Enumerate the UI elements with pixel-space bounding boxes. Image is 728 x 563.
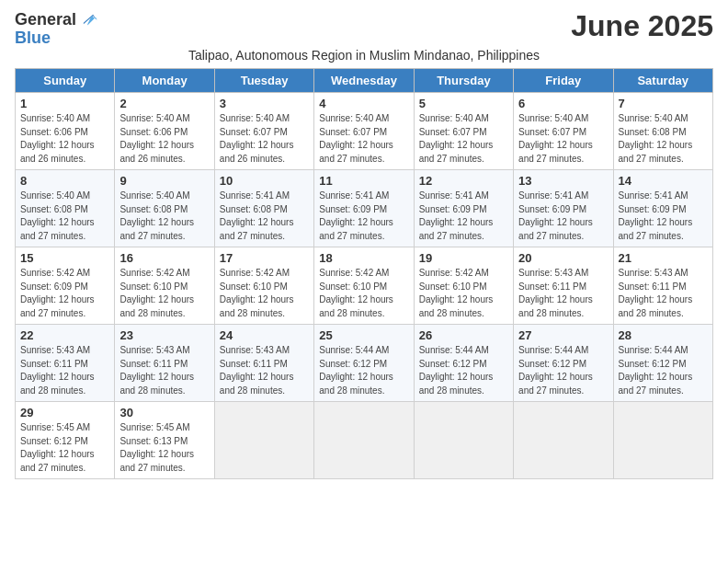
calendar-cell: 17Sunrise: 5:42 AM Sunset: 6:10 PM Dayli… <box>214 247 313 325</box>
day-info: Sunrise: 5:44 AM Sunset: 6:12 PM Dayligh… <box>518 344 608 397</box>
logo: General Blue <box>15 9 98 46</box>
day-info: Sunrise: 5:41 AM Sunset: 6:09 PM Dayligh… <box>419 190 508 243</box>
day-info: Sunrise: 5:41 AM Sunset: 6:09 PM Dayligh… <box>518 190 608 243</box>
weekday-saturday: Saturday <box>613 69 712 93</box>
day-number: 8 <box>20 174 109 188</box>
day-info: Sunrise: 5:44 AM Sunset: 6:12 PM Dayligh… <box>319 344 408 397</box>
day-number: 28 <box>619 328 708 342</box>
calendar-cell: 13Sunrise: 5:41 AM Sunset: 6:09 PM Dayli… <box>514 170 613 247</box>
weekday-header-row: SundayMondayTuesdayWednesdayThursdayFrid… <box>16 69 713 93</box>
day-info: Sunrise: 5:43 AM Sunset: 6:11 PM Dayligh… <box>119 344 209 397</box>
day-info: Sunrise: 5:41 AM Sunset: 6:08 PM Dayligh… <box>220 190 309 243</box>
calendar-cell: 27Sunrise: 5:44 AM Sunset: 6:12 PM Dayli… <box>514 325 613 402</box>
weekday-friday: Friday <box>514 69 613 93</box>
calendar-cell: 12Sunrise: 5:41 AM Sunset: 6:09 PM Dayli… <box>414 170 513 247</box>
logo-general: General <box>15 11 76 28</box>
weekday-thursday: Thursday <box>414 69 513 93</box>
calendar-cell: 2Sunrise: 5:40 AM Sunset: 6:06 PM Daylig… <box>115 93 214 170</box>
calendar-week-1: 1Sunrise: 5:40 AM Sunset: 6:06 PM Daylig… <box>16 93 713 170</box>
weekday-tuesday: Tuesday <box>214 69 313 93</box>
calendar-body: 1Sunrise: 5:40 AM Sunset: 6:06 PM Daylig… <box>16 93 713 479</box>
day-info: Sunrise: 5:41 AM Sunset: 6:09 PM Dayligh… <box>319 190 408 243</box>
day-info: Sunrise: 5:42 AM Sunset: 6:10 PM Dayligh… <box>319 267 408 320</box>
day-number: 16 <box>119 251 209 265</box>
day-info: Sunrise: 5:42 AM Sunset: 6:10 PM Dayligh… <box>220 267 309 320</box>
day-info: Sunrise: 5:42 AM Sunset: 6:10 PM Dayligh… <box>119 267 209 320</box>
day-number: 22 <box>20 328 109 342</box>
calendar-cell: 15Sunrise: 5:42 AM Sunset: 6:09 PM Dayli… <box>16 247 115 325</box>
calendar-cell: 9Sunrise: 5:40 AM Sunset: 6:08 PM Daylig… <box>115 170 214 247</box>
day-number: 7 <box>619 97 708 110</box>
calendar-subtitle: Talipao, Autonomous Region in Muslim Min… <box>15 48 713 63</box>
calendar-cell: 25Sunrise: 5:44 AM Sunset: 6:12 PM Dayli… <box>314 325 414 402</box>
day-number: 21 <box>619 251 708 265</box>
logo-blue: Blue <box>15 29 51 46</box>
day-info: Sunrise: 5:40 AM Sunset: 6:08 PM Dayligh… <box>619 112 708 166</box>
day-info: Sunrise: 5:41 AM Sunset: 6:09 PM Dayligh… <box>619 190 708 243</box>
calendar-cell: 24Sunrise: 5:43 AM Sunset: 6:11 PM Dayli… <box>214 325 313 402</box>
month-title: June 2025 <box>571 9 713 43</box>
calendar-cell: 16Sunrise: 5:42 AM Sunset: 6:10 PM Dayli… <box>115 247 214 325</box>
day-number: 25 <box>319 328 408 342</box>
day-number: 9 <box>119 174 209 188</box>
day-info: Sunrise: 5:44 AM Sunset: 6:12 PM Dayligh… <box>619 344 708 397</box>
calendar-cell: 19Sunrise: 5:42 AM Sunset: 6:10 PM Dayli… <box>414 247 513 325</box>
day-info: Sunrise: 5:45 AM Sunset: 6:13 PM Dayligh… <box>119 421 209 475</box>
day-number: 10 <box>220 174 309 188</box>
header: General Blue June 2025 <box>15 9 713 46</box>
day-info: Sunrise: 5:44 AM Sunset: 6:12 PM Dayligh… <box>419 344 508 397</box>
calendar-week-2: 8Sunrise: 5:40 AM Sunset: 6:08 PM Daylig… <box>16 170 713 247</box>
calendar-cell: 3Sunrise: 5:40 AM Sunset: 6:07 PM Daylig… <box>214 93 313 170</box>
day-info: Sunrise: 5:42 AM Sunset: 6:10 PM Dayligh… <box>419 267 508 320</box>
calendar-cell: 8Sunrise: 5:40 AM Sunset: 6:08 PM Daylig… <box>16 170 115 247</box>
day-number: 26 <box>419 328 508 342</box>
calendar-cell <box>314 402 414 479</box>
day-info: Sunrise: 5:40 AM Sunset: 6:08 PM Dayligh… <box>20 190 109 243</box>
day-number: 6 <box>518 97 608 110</box>
day-number: 15 <box>20 251 109 265</box>
calendar-cell <box>214 402 313 479</box>
day-number: 13 <box>518 174 608 188</box>
calendar-cell: 5Sunrise: 5:40 AM Sunset: 6:07 PM Daylig… <box>414 93 513 170</box>
calendar-week-3: 15Sunrise: 5:42 AM Sunset: 6:09 PM Dayli… <box>16 247 713 325</box>
day-number: 23 <box>119 328 209 342</box>
calendar-cell: 14Sunrise: 5:41 AM Sunset: 6:09 PM Dayli… <box>613 170 712 247</box>
day-info: Sunrise: 5:43 AM Sunset: 6:11 PM Dayligh… <box>220 344 309 397</box>
day-number: 12 <box>419 174 508 188</box>
calendar-cell: 7Sunrise: 5:40 AM Sunset: 6:08 PM Daylig… <box>613 93 712 170</box>
day-info: Sunrise: 5:45 AM Sunset: 6:12 PM Dayligh… <box>20 421 109 475</box>
day-info: Sunrise: 5:40 AM Sunset: 6:06 PM Dayligh… <box>20 112 109 166</box>
calendar-cell: 11Sunrise: 5:41 AM Sunset: 6:09 PM Dayli… <box>314 170 414 247</box>
day-number: 29 <box>20 406 109 419</box>
calendar-cell <box>414 402 513 479</box>
weekday-wednesday: Wednesday <box>314 69 414 93</box>
day-number: 4 <box>319 97 408 110</box>
calendar-cell: 20Sunrise: 5:43 AM Sunset: 6:11 PM Dayli… <box>514 247 613 325</box>
day-number: 18 <box>319 251 408 265</box>
day-number: 2 <box>119 97 209 110</box>
day-number: 5 <box>419 97 508 110</box>
calendar-week-4: 22Sunrise: 5:43 AM Sunset: 6:11 PM Dayli… <box>16 325 713 402</box>
day-info: Sunrise: 5:43 AM Sunset: 6:11 PM Dayligh… <box>619 267 708 320</box>
day-info: Sunrise: 5:40 AM Sunset: 6:07 PM Dayligh… <box>319 112 408 166</box>
calendar-cell: 29Sunrise: 5:45 AM Sunset: 6:12 PM Dayli… <box>16 402 115 479</box>
logo-icon <box>78 9 98 29</box>
day-number: 3 <box>220 97 309 110</box>
day-info: Sunrise: 5:40 AM Sunset: 6:06 PM Dayligh… <box>119 112 209 166</box>
calendar-cell: 22Sunrise: 5:43 AM Sunset: 6:11 PM Dayli… <box>16 325 115 402</box>
day-info: Sunrise: 5:40 AM Sunset: 6:07 PM Dayligh… <box>518 112 608 166</box>
calendar-cell: 10Sunrise: 5:41 AM Sunset: 6:08 PM Dayli… <box>214 170 313 247</box>
day-number: 11 <box>319 174 408 188</box>
day-number: 30 <box>119 406 209 419</box>
calendar-cell: 1Sunrise: 5:40 AM Sunset: 6:06 PM Daylig… <box>16 93 115 170</box>
calendar-cell <box>613 402 712 479</box>
calendar-cell: 18Sunrise: 5:42 AM Sunset: 6:10 PM Dayli… <box>314 247 414 325</box>
calendar-cell: 6Sunrise: 5:40 AM Sunset: 6:07 PM Daylig… <box>514 93 613 170</box>
day-info: Sunrise: 5:43 AM Sunset: 6:11 PM Dayligh… <box>20 344 109 397</box>
calendar-cell: 28Sunrise: 5:44 AM Sunset: 6:12 PM Dayli… <box>613 325 712 402</box>
calendar-cell: 4Sunrise: 5:40 AM Sunset: 6:07 PM Daylig… <box>314 93 414 170</box>
calendar-week-5: 29Sunrise: 5:45 AM Sunset: 6:12 PM Dayli… <box>16 402 713 479</box>
day-info: Sunrise: 5:43 AM Sunset: 6:11 PM Dayligh… <box>518 267 608 320</box>
day-info: Sunrise: 5:40 AM Sunset: 6:08 PM Dayligh… <box>119 190 209 243</box>
day-number: 24 <box>220 328 309 342</box>
